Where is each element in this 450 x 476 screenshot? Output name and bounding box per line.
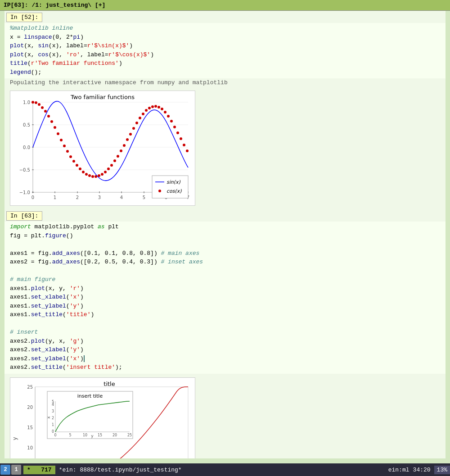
cell-63: In [63]: import matplotlib.pyplot as plt… — [4, 209, 446, 374]
cell-52: In [52]: %matplotlib inline x = linspace… — [4, 11, 446, 87]
cell-52-output: Populating the interactive namespace fro… — [4, 78, 446, 87]
cell-52-code[interactable]: %matplotlib inline x = linspace(0, 2*pi)… — [4, 23, 446, 78]
status-bar: 2 1 * 717 *ein: 8888/test.ipynb/just_tes… — [0, 463, 450, 476]
svg-point-67 — [132, 127, 135, 130]
svg-text:0: 0 — [52, 430, 54, 434]
svg-point-84 — [186, 150, 189, 152]
title-bar: IP[63]: /1: just_testing\ [+] — [0, 0, 450, 11]
svg-point-59 — [107, 168, 110, 170]
chart-1-container: Two familiar functions −1.0 −0.5 0.0 0.5… — [10, 91, 195, 206]
svg-point-56 — [98, 174, 100, 177]
svg-point-52 — [85, 173, 88, 176]
svg-text:5: 5 — [143, 195, 145, 200]
svg-point-44 — [60, 139, 63, 141]
svg-text:25: 25 — [27, 385, 33, 390]
svg-text:0.5: 0.5 — [23, 122, 30, 127]
svg-text:title: title — [104, 381, 115, 387]
svg-text:−1.0: −1.0 — [19, 190, 30, 195]
svg-text:3: 3 — [98, 195, 101, 200]
svg-point-68 — [135, 122, 138, 124]
svg-text:insert title: insert title — [77, 393, 103, 399]
svg-point-47 — [69, 155, 72, 158]
svg-text:−0.5: −0.5 — [19, 168, 30, 172]
svg-text:cos(x): cos(x) — [166, 188, 182, 194]
cell-63-code[interactable]: import matplotlib.pyplot as plt fig = pl… — [4, 222, 446, 374]
svg-text:15: 15 — [98, 433, 102, 437]
svg-point-55 — [94, 175, 97, 178]
status-cell-nums: 2 1 — [0, 465, 22, 475]
svg-point-38 — [41, 106, 44, 109]
svg-text:4: 4 — [120, 195, 123, 200]
svg-point-82 — [180, 137, 182, 140]
svg-point-60 — [110, 164, 113, 167]
svg-point-88 — [158, 190, 161, 192]
status-position: 34:20 — [413, 467, 431, 473]
status-mode: * 717 — [23, 466, 55, 474]
svg-point-65 — [126, 138, 129, 141]
svg-point-64 — [123, 144, 126, 147]
chart-2-container: title y x 0 5 10 15 20 25 0 — [10, 377, 195, 459]
svg-point-73 — [151, 105, 154, 108]
status-percent: 13% — [434, 466, 450, 474]
svg-text:0: 0 — [54, 433, 56, 437]
chart-2-svg: title y x 0 5 10 15 20 25 0 — [10, 378, 195, 459]
svg-text:0.0: 0.0 — [23, 145, 30, 150]
svg-point-53 — [88, 174, 91, 177]
svg-point-43 — [57, 132, 59, 135]
svg-point-62 — [117, 155, 119, 158]
svg-point-54 — [91, 175, 94, 178]
svg-text:0: 0 — [32, 195, 34, 200]
svg-point-45 — [63, 145, 66, 147]
notebook: In [52]: %matplotlib inline x = linspace… — [4, 11, 446, 458]
svg-point-51 — [82, 171, 85, 173]
svg-point-35 — [32, 101, 34, 104]
status-cell-count: 717 — [41, 467, 51, 473]
svg-point-77 — [164, 111, 166, 113]
cell-63-label[interactable]: In [63]: — [6, 211, 42, 221]
svg-point-72 — [148, 107, 151, 109]
svg-text:2: 2 — [76, 195, 79, 200]
svg-point-58 — [104, 171, 107, 173]
status-star: * — [27, 467, 31, 473]
cell-52-label[interactable]: In [52]: — [6, 13, 42, 22]
svg-point-36 — [35, 101, 37, 104]
svg-text:15: 15 — [27, 425, 33, 430]
svg-text:1: 1 — [54, 195, 56, 200]
svg-text:Two familiar functions: Two familiar functions — [70, 94, 135, 100]
chart-1-svg: Two familiar functions −1.0 −0.5 0.0 0.5… — [10, 91, 195, 204]
svg-point-78 — [167, 115, 170, 118]
svg-point-63 — [120, 150, 122, 152]
svg-point-61 — [113, 159, 116, 162]
svg-point-71 — [145, 109, 148, 112]
status-vim-mode: ein:ml — [388, 467, 410, 473]
svg-point-41 — [50, 120, 53, 123]
svg-point-76 — [161, 108, 163, 110]
svg-point-37 — [38, 103, 40, 106]
svg-point-42 — [54, 126, 56, 129]
svg-point-48 — [72, 160, 75, 163]
svg-text:25: 25 — [127, 433, 132, 437]
svg-text:y: y — [12, 437, 18, 440]
svg-point-74 — [154, 105, 157, 108]
svg-point-75 — [158, 106, 160, 109]
svg-text:sin(x): sin(x) — [166, 179, 181, 185]
status-filename: *ein: 8888/test.ipynb/just_testing* — [59, 467, 388, 473]
svg-text:20: 20 — [112, 433, 117, 437]
svg-text:x: x — [46, 416, 51, 418]
svg-text:5: 5 — [69, 433, 71, 437]
svg-point-80 — [173, 126, 176, 128]
svg-point-83 — [183, 144, 185, 146]
svg-text:10: 10 — [27, 445, 33, 450]
svg-point-69 — [139, 117, 141, 119]
svg-text:y: y — [91, 434, 94, 438]
svg-text:2: 2 — [52, 416, 54, 420]
svg-text:5: 5 — [52, 400, 54, 404]
status-num-2[interactable]: 2 — [0, 465, 10, 475]
svg-point-79 — [170, 120, 173, 122]
status-num-1[interactable]: 1 — [11, 465, 21, 475]
svg-text:3: 3 — [52, 409, 54, 413]
svg-text:20: 20 — [27, 405, 33, 410]
svg-point-66 — [129, 133, 132, 136]
svg-text:1.0: 1.0 — [23, 100, 30, 105]
title-text: IP[63]: /1: just_testing\ [+] — [4, 2, 105, 9]
